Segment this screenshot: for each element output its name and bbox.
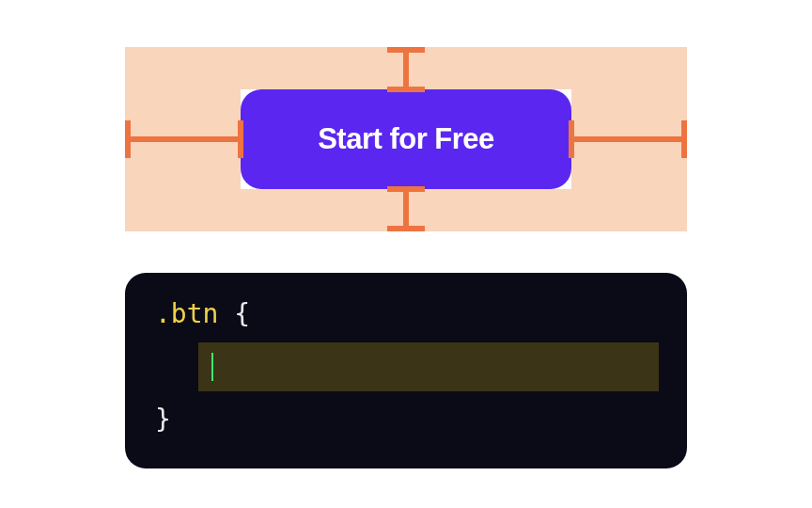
button-wrapper: Start for Free bbox=[241, 89, 571, 189]
margin-guide-top bbox=[403, 47, 409, 90]
start-for-free-button[interactable]: Start for Free bbox=[241, 89, 571, 189]
margin-cap-right-inner bbox=[569, 120, 574, 158]
margin-cap-left-inner bbox=[238, 120, 243, 158]
margin-cap-bottom-outer bbox=[387, 226, 425, 231]
css-selector: .btn bbox=[155, 298, 218, 329]
css-input-line[interactable] bbox=[198, 342, 659, 391]
margin-guide-left bbox=[125, 136, 242, 142]
text-cursor bbox=[211, 353, 213, 381]
close-brace: } bbox=[155, 404, 171, 435]
margin-cap-right-outer bbox=[681, 120, 687, 158]
css-rule-close: } bbox=[155, 403, 657, 437]
open-brace: { bbox=[234, 298, 250, 329]
margin-cap-bottom-inner bbox=[387, 186, 425, 192]
css-editor: .btn { } bbox=[125, 273, 687, 468]
margin-cap-left-outer bbox=[125, 120, 131, 158]
margin-cap-top-inner bbox=[387, 87, 425, 92]
margin-guide-right bbox=[570, 136, 687, 142]
margin-cap-top-outer bbox=[387, 47, 425, 53]
button-spacing-diagram: Start for Free bbox=[125, 47, 687, 231]
css-rule-open: .btn { bbox=[155, 297, 657, 331]
